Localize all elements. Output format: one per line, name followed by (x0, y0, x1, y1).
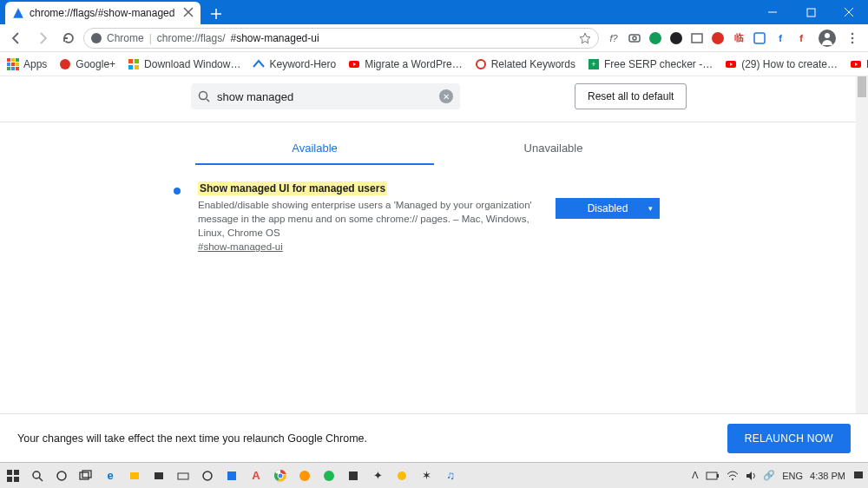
taskbar-app[interactable] (174, 466, 193, 485)
clear-search-icon[interactable]: ✕ (439, 89, 453, 103)
ext-icon[interactable] (710, 30, 726, 46)
notifications-icon[interactable] (852, 470, 865, 482)
bookmark-star-icon[interactable] (579, 32, 591, 44)
ext-icon[interactable]: f? (606, 30, 621, 46)
bookmark-item[interactable]: Hang Ups (Want Yo… (850, 58, 868, 70)
address-bar[interactable]: Chrome | chrome://flags/#show-managed-ui (83, 28, 599, 49)
svg-text:+: + (591, 60, 595, 69)
taskview-icon[interactable] (76, 466, 95, 485)
lang-indicator[interactable]: ENG (782, 471, 803, 481)
ext-icon[interactable] (668, 30, 684, 46)
ext-icon[interactable] (627, 30, 642, 46)
taskbar-chrome[interactable] (271, 466, 290, 485)
ext-icon[interactable]: f (773, 30, 788, 46)
menu-button[interactable] (842, 28, 863, 49)
extension-icons: f? 临 f f (602, 30, 812, 46)
ext-icon[interactable] (689, 30, 705, 46)
flag-hash-link[interactable]: #show-managed-ui (198, 241, 283, 252)
relaunch-button[interactable]: RELAUNCH NOW (727, 424, 851, 453)
search-icon[interactable] (28, 466, 47, 485)
taskbar-app[interactable]: ♫ (441, 466, 460, 485)
taskbar-app[interactable] (125, 466, 144, 485)
taskbar-app[interactable] (198, 466, 217, 485)
cortana-icon[interactable] (52, 466, 71, 485)
minimize-button[interactable] (753, 0, 792, 24)
tab-available[interactable]: Available (195, 133, 434, 165)
svg-rect-71 (854, 472, 863, 478)
flags-tabs: Available Unavailable (195, 133, 673, 165)
toolbar: Chrome | chrome://flags/#show-managed-ui… (0, 24, 868, 52)
svg-rect-56 (155, 472, 163, 479)
bookmark-label: (29) How to create… (741, 58, 838, 70)
address-scheme-label: Chrome (107, 32, 144, 44)
ext-icon[interactable] (752, 30, 767, 46)
svg-rect-46 (7, 470, 12, 475)
taskbar-app[interactable] (344, 466, 363, 485)
bookmark-item[interactable]: Keyword-Hero (253, 58, 336, 70)
ext-icon[interactable]: f (793, 30, 809, 46)
svg-rect-22 (11, 58, 15, 62)
flag-dropdown[interactable]: Disabled (556, 198, 660, 219)
reload-button[interactable] (57, 27, 80, 49)
tray-overflow-icon[interactable]: ᐱ (692, 470, 699, 481)
svg-rect-54 (82, 471, 91, 478)
battery-icon[interactable] (706, 471, 720, 481)
svg-point-30 (60, 59, 70, 69)
taskbar-app[interactable] (319, 466, 339, 485)
svg-rect-57 (178, 473, 188, 479)
taskbar-app[interactable]: ✦ (368, 466, 387, 485)
taskbar-app[interactable] (149, 466, 168, 485)
volume-icon[interactable] (746, 471, 756, 481)
taskbar-app[interactable]: A (247, 466, 266, 485)
maximize-button[interactable] (792, 0, 830, 24)
site-info-icon[interactable] (91, 33, 102, 43)
tray-icon[interactable]: 🔗 (763, 470, 775, 481)
taskbar-app[interactable] (295, 466, 314, 485)
bookmark-item[interactable]: Migrate a WordPre… (348, 58, 462, 70)
scrollbar-thumb[interactable] (858, 76, 866, 97)
taskbar-app[interactable]: ✶ (417, 466, 436, 485)
tab-unavailable[interactable]: Unavailable (434, 133, 673, 165)
back-button[interactable] (5, 27, 28, 49)
profile-avatar[interactable] (816, 27, 838, 49)
bookmark-item[interactable]: Download Window… (128, 58, 240, 70)
flag-dropdown-value: Disabled (588, 202, 628, 214)
svg-point-44 (200, 92, 207, 100)
apps-button[interactable]: Apps (7, 58, 47, 70)
taskbar-app[interactable] (392, 466, 411, 485)
address-separator: | (149, 32, 152, 44)
close-tab-icon[interactable] (183, 7, 194, 17)
svg-rect-65 (349, 472, 358, 480)
svg-point-18 (852, 32, 854, 35)
reset-all-button[interactable]: Reset all to default (575, 83, 687, 109)
new-tab-button[interactable] (206, 3, 227, 24)
svg-rect-47 (14, 470, 19, 475)
ext-icon[interactable] (648, 30, 663, 46)
svg-point-62 (278, 473, 283, 478)
svg-marker-70 (746, 472, 752, 480)
search-icon (198, 90, 210, 102)
clock[interactable]: 4:38 PM (810, 471, 845, 481)
window-controls (753, 0, 868, 24)
browser-tab[interactable]: chrome://flags/#show-managed (5, 2, 201, 24)
svg-point-52 (57, 472, 66, 480)
svg-point-11 (649, 32, 661, 44)
forward-button[interactable] (31, 27, 54, 49)
bookmark-item[interactable]: Google+ (59, 58, 115, 70)
svg-marker-0 (13, 8, 23, 18)
bookmark-item[interactable]: +Free SERP checker -… (588, 58, 713, 70)
scrollbar[interactable] (856, 76, 868, 413)
taskbar-app[interactable] (222, 466, 241, 485)
search-value: show managed (217, 90, 432, 103)
flag-modified-dot (174, 188, 181, 195)
taskbar-app[interactable]: e (101, 466, 120, 485)
svg-point-69 (732, 478, 733, 480)
flag-body: Show managed UI for managed users Enable… (198, 182, 538, 253)
start-button[interactable] (3, 466, 23, 485)
wifi-icon[interactable] (727, 471, 739, 481)
bookmark-item[interactable]: Related Keywords (475, 58, 575, 70)
ext-icon[interactable]: 临 (731, 30, 746, 46)
bookmark-item[interactable]: (29) How to create… (725, 58, 838, 70)
search-input[interactable]: show managed ✕ (191, 83, 460, 109)
close-window-button[interactable] (830, 0, 868, 24)
